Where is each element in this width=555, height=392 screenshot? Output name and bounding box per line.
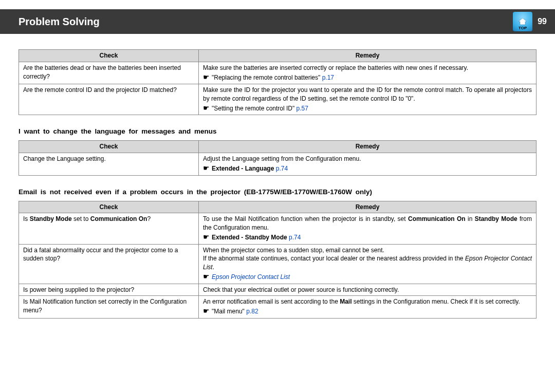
reference-link[interactable]: ☛Extended - Standby Mode p.74 — [203, 232, 532, 242]
cell-check: Is Standby Mode set to Communication On? — [19, 213, 199, 244]
header-bar: Problem Solving TOP 99 — [0, 9, 555, 34]
cell-remedy: Check that your electrical outlet or pow… — [199, 284, 536, 296]
cell-remedy: Make sure the ID for the projector you w… — [199, 84, 536, 115]
cell-remedy: Make sure the batteries are inserted cor… — [199, 62, 536, 84]
reference-link[interactable]: ☛Extended - Language p.74 — [203, 163, 532, 174]
table-row: Did a fatal abnormality occur and the pr… — [19, 244, 536, 284]
cell-check: Is Mail Notification function set correc… — [19, 296, 199, 318]
table-row: Is power being supplied to the projector… — [19, 284, 536, 296]
pointer-icon: ☛ — [203, 272, 210, 281]
th-check: Check — [19, 201, 199, 213]
section-heading-language: I want to change the language for messag… — [18, 127, 536, 135]
top-icon-label: TOP — [519, 26, 527, 30]
table-row: Change the Language setting. Adjust the … — [19, 153, 536, 175]
table-row: Is Standby Mode set to Communication On?… — [19, 213, 536, 244]
cell-remedy: Adjust the Language setting from the Con… — [199, 153, 536, 175]
page-title: Problem Solving — [18, 16, 100, 28]
content: Check Remedy Are the batteries dead or h… — [0, 34, 555, 346]
page-number: 99 — [538, 17, 547, 26]
reference-link[interactable]: ☛Epson Projector Contact List — [203, 272, 532, 282]
cell-remedy: To use the Mail Notification function wh… — [199, 213, 536, 244]
cell-check: Did a fatal abnormality occur and the pr… — [19, 244, 199, 284]
cell-check: Are the remote control ID and the projec… — [19, 84, 199, 115]
cell-check: Are the batteries dead or have the batte… — [19, 62, 199, 84]
header-right: TOP 99 — [513, 12, 547, 31]
reference-link[interactable]: ☛"Setting the remote control ID" p.57 — [203, 103, 532, 114]
pointer-icon: ☛ — [203, 307, 210, 315]
table-language: Check Remedy Change the Language setting… — [18, 140, 536, 175]
table-email: Check Remedy Is Standby Mode set to Comm… — [18, 201, 536, 319]
table-row: Are the remote control ID and the projec… — [19, 84, 536, 115]
th-remedy: Remedy — [199, 50, 536, 62]
table-row: Is Mail Notification function set correc… — [19, 296, 536, 318]
section-heading-email: Email is not received even if a problem … — [18, 188, 536, 196]
cell-remedy: An error notification email is sent acco… — [199, 296, 536, 318]
house-icon — [517, 17, 528, 26]
cell-check: Is power being supplied to the projector… — [19, 284, 199, 296]
pointer-icon: ☛ — [203, 104, 210, 112]
top-icon[interactable]: TOP — [513, 12, 532, 31]
reference-link[interactable]: ☛"Replacing the remote control batteries… — [203, 72, 532, 83]
table-row: Are the batteries dead or have the batte… — [19, 62, 536, 84]
table-remote-control: Check Remedy Are the batteries dead or h… — [18, 49, 536, 115]
th-remedy: Remedy — [199, 201, 536, 213]
pointer-icon: ☛ — [203, 73, 210, 81]
pointer-icon: ☛ — [203, 233, 210, 241]
th-check: Check — [19, 50, 199, 62]
reference-link[interactable]: ☛"Mail menu" p.82 — [203, 306, 532, 316]
cell-check: Change the Language setting. — [19, 153, 199, 175]
th-remedy: Remedy — [199, 141, 536, 153]
th-check: Check — [19, 141, 199, 153]
cell-remedy: When the projector comes to a sudden sto… — [199, 244, 536, 284]
pointer-icon: ☛ — [203, 164, 210, 172]
